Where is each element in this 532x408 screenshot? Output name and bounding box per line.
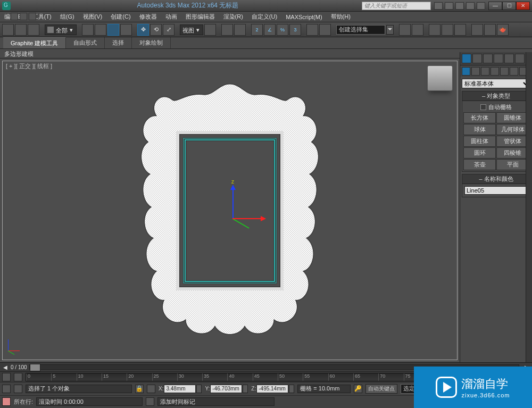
- minimize-button[interactable]: —: [488, 2, 502, 10]
- qa-redo-icon[interactable]: [20, 13, 27, 20]
- coord-y-input[interactable]: -46.703mm: [210, 385, 242, 393]
- close-button[interactable]: ✕: [516, 2, 530, 10]
- menu-create[interactable]: 创建(C): [109, 13, 132, 21]
- timeline-filter-icon[interactable]: [14, 373, 22, 381]
- prim-torus[interactable]: 圆环: [463, 147, 496, 159]
- render-setup-icon[interactable]: [471, 24, 483, 36]
- gizmo-x-axis[interactable]: [232, 218, 264, 219]
- time-slider-thumb[interactable]: [30, 364, 40, 371]
- ribbon-panel-label[interactable]: 多边形建模: [0, 49, 532, 59]
- maximize-button[interactable]: ☐: [502, 2, 516, 10]
- coord-z-input[interactable]: -495.14mm: [256, 385, 288, 393]
- prim-pyramid[interactable]: 四棱锥: [496, 147, 529, 159]
- dropdown-arrow-icon[interactable]: [386, 25, 394, 35]
- ribbon-tab-paint[interactable]: 对象绘制: [132, 37, 171, 48]
- bind-spacewarp-icon[interactable]: [28, 24, 39, 36]
- keyboard-shortcut-icon[interactable]: [234, 24, 246, 36]
- lights-category-icon[interactable]: [481, 67, 489, 76]
- rollout-header[interactable]: – 对象类型: [462, 91, 530, 101]
- utilities-tab-icon[interactable]: [515, 54, 525, 63]
- ribbon-tab-freeform[interactable]: 自由形式: [66, 37, 105, 48]
- signin-icon[interactable]: [445, 2, 453, 10]
- qa-undo-icon[interactable]: [11, 13, 18, 20]
- isolate-icon[interactable]: [146, 397, 154, 406]
- shapes-category-icon[interactable]: [471, 67, 480, 76]
- viewport-label[interactable]: [ + ][ 正交 ][ 线框 ]: [6, 62, 52, 70]
- viewport[interactable]: [ + ][ 正交 ][ 线框 ] z: [2, 61, 458, 360]
- autokey-button[interactable]: 自动关键点: [365, 384, 397, 394]
- pivot-center-icon[interactable]: [204, 24, 216, 36]
- material-editor-icon[interactable]: [454, 24, 466, 36]
- ref-coord-dropdown[interactable]: 视图 ▾: [180, 24, 203, 35]
- menu-modifiers[interactable]: 修改器: [137, 13, 159, 21]
- edit-named-sel-icon[interactable]: [306, 24, 318, 36]
- manipulate-icon[interactable]: [221, 24, 233, 36]
- panel-scrollbar[interactable]: [526, 52, 532, 362]
- scene-object-frame[interactable]: [134, 80, 326, 341]
- select-name-icon[interactable]: [95, 24, 106, 36]
- listener-mini-icon[interactable]: [14, 385, 22, 393]
- prim-plane[interactable]: 平面: [496, 159, 529, 170]
- primitive-type-dropdown[interactable]: 标准基本体: [462, 79, 530, 88]
- object-name-input[interactable]: [464, 186, 532, 195]
- coord-z-spinner[interactable]: [289, 385, 294, 393]
- snap-percent-icon[interactable]: %: [277, 24, 288, 36]
- create-tab-icon[interactable]: [462, 54, 471, 63]
- key-mode-icon[interactable]: 🔑: [354, 385, 362, 393]
- modify-tab-icon[interactable]: [472, 54, 482, 63]
- display-tab-icon[interactable]: [504, 54, 514, 63]
- qa-dropdown-icon[interactable]: [29, 13, 36, 20]
- selection-filter-dropdown[interactable]: 全部 ▾: [45, 24, 77, 35]
- menu-group[interactable]: 组(G): [58, 13, 77, 21]
- link-icon[interactable]: [2, 24, 14, 36]
- prim-teapot[interactable]: 茶壶: [463, 159, 496, 170]
- prim-geosphere[interactable]: 几何球体: [496, 124, 529, 135]
- prim-box[interactable]: 长方体: [463, 112, 496, 123]
- menu-help[interactable]: 帮助(H): [329, 13, 353, 21]
- maxscript-mini-icon[interactable]: [2, 385, 11, 393]
- menu-views[interactable]: 视图(V): [81, 13, 105, 21]
- coord-x-spinner[interactable]: [196, 385, 202, 393]
- window-crossing-icon[interactable]: [120, 24, 132, 36]
- geometry-category-icon[interactable]: [462, 67, 470, 76]
- coord-x-input[interactable]: 3.48mm: [164, 385, 196, 393]
- hierarchy-tab-icon[interactable]: [483, 54, 493, 63]
- app-icon[interactable]: [2, 2, 11, 10]
- spinner-snap-icon[interactable]: 3: [289, 24, 301, 36]
- prim-cone[interactable]: 圆锥体: [496, 112, 529, 123]
- help-icon[interactable]: [477, 2, 485, 10]
- menu-maxscript[interactable]: MAXScript(M): [284, 14, 324, 20]
- schematic-view-icon[interactable]: [442, 24, 453, 36]
- mirror-icon[interactable]: [319, 24, 331, 36]
- ribbon-tab-selection[interactable]: 选择: [105, 37, 132, 48]
- rendered-frame-icon[interactable]: [484, 24, 496, 36]
- snap-2d-icon[interactable]: 2: [251, 24, 263, 36]
- curve-editor-icon[interactable]: [429, 24, 440, 36]
- named-selection-sets-dropdown[interactable]: 创建选择集: [336, 25, 385, 35]
- autogrid-checkbox[interactable]: [480, 104, 486, 110]
- select-scale-icon[interactable]: ⤢: [163, 24, 174, 36]
- select-rotate-icon[interactable]: ⟲: [150, 24, 162, 36]
- exchange-icon[interactable]: [455, 2, 464, 10]
- layers-icon[interactable]: [412, 24, 423, 36]
- autogrid-row[interactable]: 自动栅格: [463, 102, 529, 112]
- menu-animation[interactable]: 动画: [163, 13, 179, 21]
- prim-cylinder[interactable]: 圆柱体: [463, 136, 496, 147]
- spacewarps-category-icon[interactable]: [510, 67, 518, 76]
- select-object-icon[interactable]: [82, 24, 94, 36]
- gizmo-z-axis[interactable]: [232, 186, 234, 218]
- motion-tab-icon[interactable]: [494, 54, 503, 63]
- helpers-category-icon[interactable]: [500, 67, 509, 76]
- select-move-icon[interactable]: ✥: [137, 24, 149, 36]
- menu-rendering[interactable]: 渲染(R): [221, 13, 245, 21]
- prim-tube[interactable]: 管状体: [496, 136, 529, 147]
- align-icon[interactable]: [399, 24, 411, 36]
- add-time-tag[interactable]: 添加时间标记: [157, 397, 275, 406]
- render-production-icon[interactable]: 🫖: [497, 24, 509, 36]
- timeline-config-icon[interactable]: [2, 373, 11, 381]
- snap-angle-icon[interactable]: ∠: [264, 24, 276, 36]
- cameras-category-icon[interactable]: [491, 67, 499, 76]
- prim-sphere[interactable]: 球体: [463, 124, 496, 135]
- unlink-icon[interactable]: [15, 24, 27, 36]
- menu-grapheditors[interactable]: 图形编辑器: [184, 13, 217, 21]
